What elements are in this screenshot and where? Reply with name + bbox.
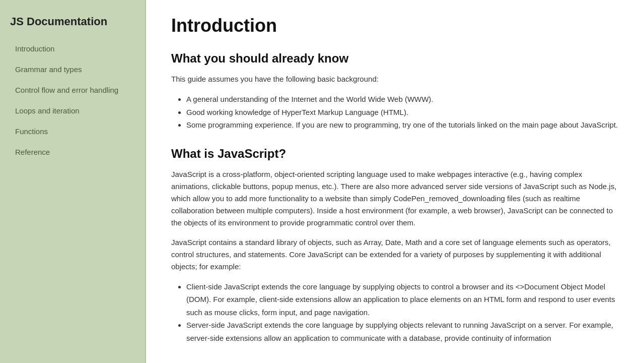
- main-content: Introduction What you should already kno…: [146, 0, 644, 363]
- section2-para1: JavaScript is a cross-platform, object-o…: [171, 168, 619, 229]
- section2-heading: What is JavaScript?: [171, 147, 619, 161]
- sidebar-item-control[interactable]: Control flow and error handling: [0, 80, 145, 100]
- section2-para2: JavaScript contains a standard library o…: [171, 236, 619, 273]
- page-title: Introduction: [171, 15, 619, 36]
- sidebar-link-functions[interactable]: Functions: [0, 121, 145, 142]
- list-item: A general understanding of the Internet …: [186, 93, 619, 106]
- list-item: Some programming experience. If you are …: [186, 118, 619, 132]
- sidebar-link-loops[interactable]: Loops and iteration: [0, 100, 145, 121]
- sidebar-item-intro[interactable]: Introduction: [0, 38, 145, 59]
- section1-intro: This guide assumes you have the followin…: [171, 73, 619, 85]
- section1-heading: What you should already know: [171, 51, 619, 66]
- list-item: Client-side JavaScript extends the core …: [186, 280, 619, 319]
- sidebar-link-intro[interactable]: Introduction: [0, 38, 145, 59]
- sidebar: JS Documentation IntroductionGrammar and…: [0, 0, 146, 363]
- sidebar-item-loops[interactable]: Loops and iteration: [0, 100, 145, 121]
- list-item: Good working knowledge of HyperText Mark…: [186, 106, 619, 119]
- section2-bullets: Client-side JavaScript extends the core …: [186, 280, 619, 345]
- sidebar-link-reference[interactable]: Reference: [0, 142, 145, 162]
- sidebar-item-grammar[interactable]: Grammar and types: [0, 59, 145, 80]
- sidebar-link-grammar[interactable]: Grammar and types: [0, 59, 145, 80]
- section1-bullets: A general understanding of the Internet …: [186, 93, 619, 132]
- sidebar-item-functions[interactable]: Functions: [0, 121, 145, 142]
- list-item: Server-side JavaScript extends the core …: [186, 319, 619, 344]
- sidebar-item-reference[interactable]: Reference: [0, 142, 145, 162]
- sidebar-link-control[interactable]: Control flow and error handling: [0, 80, 145, 100]
- sidebar-title: JS Documentation: [0, 10, 145, 38]
- sidebar-nav: IntroductionGrammar and typesControl flo…: [0, 38, 145, 162]
